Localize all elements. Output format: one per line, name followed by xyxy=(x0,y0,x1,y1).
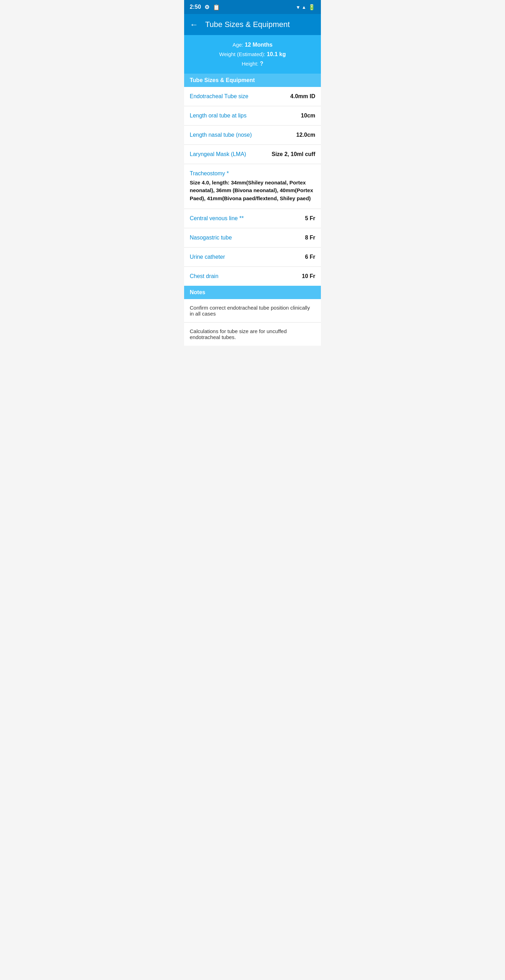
age-row: Age: 12 Months xyxy=(190,40,315,49)
item-value: 10 Fr xyxy=(302,273,315,280)
item-label: Chest drain xyxy=(190,273,302,280)
wifi-icon: ▾ xyxy=(297,4,299,11)
age-label: Age: xyxy=(233,42,244,48)
status-right: ▾ ▲ 🔋 xyxy=(297,4,315,11)
weight-label: Weight (Estimated): xyxy=(219,51,265,57)
app-bar-title: Tube Sizes & Equipment xyxy=(205,20,290,29)
list-item: Urine catheter 6 Fr xyxy=(184,248,321,267)
item-label: Length nasal tube (nose) xyxy=(190,132,296,138)
notes-content: Confirm correct endotracheal tube positi… xyxy=(184,299,321,346)
notes-title: Notes xyxy=(190,289,205,295)
section-header: Tube Sizes & Equipment xyxy=(184,74,321,87)
list-item: Length nasal tube (nose) 12.0cm xyxy=(184,126,321,145)
item-label: Urine catheter xyxy=(190,254,305,260)
equipment-list: Endotracheal Tube size 4.0mm ID Length o… xyxy=(184,87,321,286)
item-value: 6 Fr xyxy=(305,254,315,260)
item-value: 8 Fr xyxy=(305,235,315,241)
item-label: Nasogastric tube xyxy=(190,235,305,241)
status-left: 2:50 ⚙ 📋 xyxy=(190,4,220,11)
notes-header: Notes xyxy=(184,286,321,299)
item-label: Length oral tube at lips xyxy=(190,113,301,119)
list-item: Laryngeal Mask (LMA) Size 2, 10ml cuff xyxy=(184,145,321,164)
status-bar: 2:50 ⚙ 📋 ▾ ▲ 🔋 xyxy=(184,0,321,14)
clipboard-icon: 📋 xyxy=(213,4,220,11)
section-title: Tube Sizes & Equipment xyxy=(190,77,255,83)
item-value: 5 Fr xyxy=(305,215,315,221)
list-item: Endotracheal Tube size 4.0mm ID xyxy=(184,87,321,106)
item-label: Tracheostomy * xyxy=(190,170,315,177)
height-row: Height: ? xyxy=(190,59,315,68)
height-label: Height: xyxy=(242,60,258,67)
signal-icon: ▲ xyxy=(302,5,306,10)
back-button[interactable]: ← xyxy=(190,20,198,29)
list-item: Chest drain 10 Fr xyxy=(184,267,321,286)
patient-info-bar: Age: 12 Months Weight (Estimated): 10.1 … xyxy=(184,35,321,74)
item-label: Laryngeal Mask (LMA) xyxy=(190,151,272,158)
time-display: 2:50 xyxy=(190,4,201,10)
item-value: 10cm xyxy=(301,113,315,119)
weight-row: Weight (Estimated): 10.1 kg xyxy=(190,49,315,59)
item-value: 12.0cm xyxy=(296,132,315,138)
item-label: Endotracheal Tube size xyxy=(190,93,290,100)
list-item: Nasogastric tube 8 Fr xyxy=(184,228,321,248)
list-item: Tracheostomy * Size 4.0, length: 34mm(Sh… xyxy=(184,164,321,209)
settings-icon: ⚙ xyxy=(204,4,209,11)
item-value: Size 4.0, length: 34mm(Shiley neonatal, … xyxy=(190,179,315,203)
item-value: Size 2, 10ml cuff xyxy=(272,151,315,158)
height-value: ? xyxy=(260,60,263,67)
weight-value: 10.1 kg xyxy=(267,51,286,57)
item-label: Central venous line ** xyxy=(190,215,305,221)
notes-item: Calculations for tube size are for uncuf… xyxy=(184,323,321,346)
list-item: Length oral tube at lips 10cm xyxy=(184,106,321,126)
age-value: 12 Months xyxy=(245,42,272,48)
notes-item: Confirm correct endotracheal tube positi… xyxy=(184,299,321,323)
battery-icon: 🔋 xyxy=(308,4,315,11)
item-value: 4.0mm ID xyxy=(290,93,315,100)
app-bar: ← Tube Sizes & Equipment xyxy=(184,14,321,35)
list-item: Central venous line ** 5 Fr xyxy=(184,209,321,228)
